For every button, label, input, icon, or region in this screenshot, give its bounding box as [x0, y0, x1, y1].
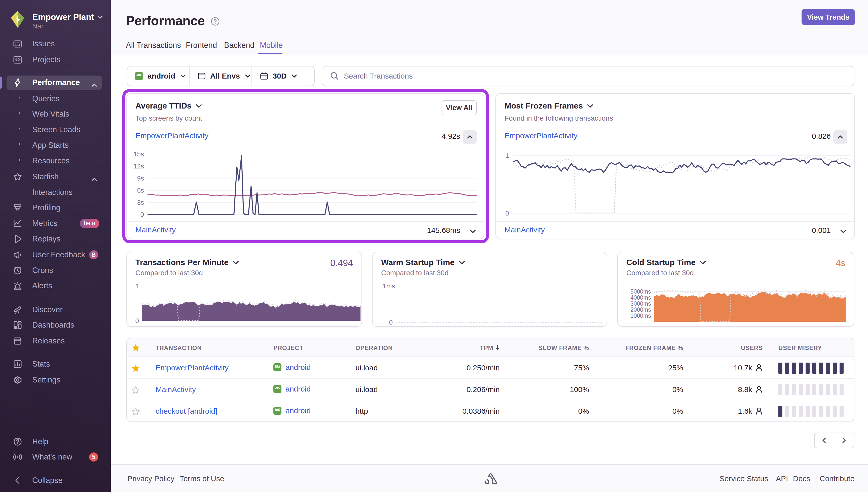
svg-text:1: 1: [506, 152, 509, 159]
svg-text:12s: 12s: [133, 163, 144, 170]
svg-text:3000ms: 3000ms: [630, 300, 651, 307]
svg-text:3s: 3s: [137, 199, 144, 206]
svg-text:15s: 15s: [133, 150, 144, 158]
svg-text:2000ms: 2000ms: [630, 306, 651, 313]
svg-text:1000ms: 1000ms: [630, 313, 651, 319]
svg-text:5000ms: 5000ms: [630, 288, 651, 295]
svg-text:0: 0: [135, 317, 139, 324]
svg-text:0: 0: [506, 210, 509, 217]
svg-text:9s: 9s: [137, 174, 144, 182]
svg-text:0: 0: [389, 319, 393, 326]
svg-text:6s: 6s: [137, 187, 144, 194]
svg-text:1ms: 1ms: [383, 282, 395, 290]
svg-text:0: 0: [141, 211, 144, 218]
svg-text:4000ms: 4000ms: [630, 294, 651, 301]
svg-text:1: 1: [135, 282, 139, 290]
